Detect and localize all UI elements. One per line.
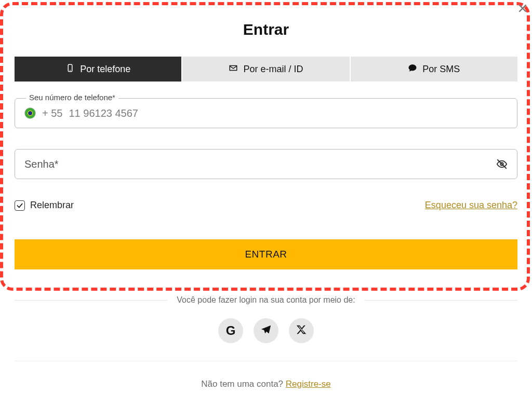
tab-phone[interactable]: Por telefone (15, 57, 181, 82)
register-link[interactable]: Registre-se (286, 379, 331, 389)
remember-forgot-row: Relembrar Esqueceu sua senha? (15, 200, 517, 211)
tab-sms[interactable]: Por SMS (351, 57, 517, 82)
phone-field-wrap: Seu número de telefone* + 55 (15, 98, 517, 128)
submit-button[interactable]: ENTRAR (15, 239, 517, 269)
footer-separator (15, 361, 517, 361)
tab-email[interactable]: Por e-mail / ID (182, 57, 349, 82)
brazil-flag-icon[interactable] (24, 107, 36, 119)
envelope-icon (229, 63, 238, 75)
telegram-login-button[interactable] (254, 318, 278, 343)
page-title: Entrar (15, 21, 517, 38)
footer-row: Não tem uma conta? Registre-se (15, 379, 517, 389)
remember-checkbox[interactable] (15, 200, 25, 211)
google-login-button[interactable]: G (218, 318, 243, 343)
separator-line-left (15, 300, 167, 301)
tab-email-label: Por e-mail / ID (243, 64, 303, 75)
remember-label: Relembrar (30, 200, 74, 211)
telegram-icon (260, 324, 272, 337)
password-field-wrap (15, 149, 517, 179)
phone-input[interactable] (69, 107, 508, 119)
no-account-text: Não tem uma conta? (201, 379, 286, 389)
tab-sms-label: Por SMS (422, 64, 460, 75)
login-method-tabs: Por telefone Por e-mail / ID Por SMS (15, 57, 517, 82)
social-buttons-row: G (15, 318, 517, 343)
google-icon: G (226, 323, 236, 338)
social-login-text: Você pode fazer login na sua conta por m… (177, 295, 355, 305)
tab-phone-label: Por telefone (80, 64, 130, 75)
forgot-password-link[interactable]: Esqueceu sua senha? (425, 200, 517, 211)
eye-off-icon[interactable] (496, 158, 508, 170)
close-button[interactable] (516, 3, 529, 16)
remember-group: Relembrar (15, 200, 74, 211)
password-field-box[interactable] (15, 149, 517, 179)
x-icon (296, 324, 307, 337)
phone-field-box[interactable]: + 55 (15, 98, 517, 128)
phone-icon (65, 63, 75, 75)
x-login-button[interactable] (289, 318, 314, 343)
social-separator: Você pode fazer login na sua conta por m… (15, 295, 517, 305)
chat-bubble-icon (408, 63, 417, 75)
dialcode-text: + 55 (42, 107, 62, 119)
close-icon (517, 3, 528, 16)
phone-field-label: Seu número de telefone* (26, 93, 118, 102)
separator-line-right (365, 300, 517, 301)
password-input[interactable] (24, 158, 490, 170)
